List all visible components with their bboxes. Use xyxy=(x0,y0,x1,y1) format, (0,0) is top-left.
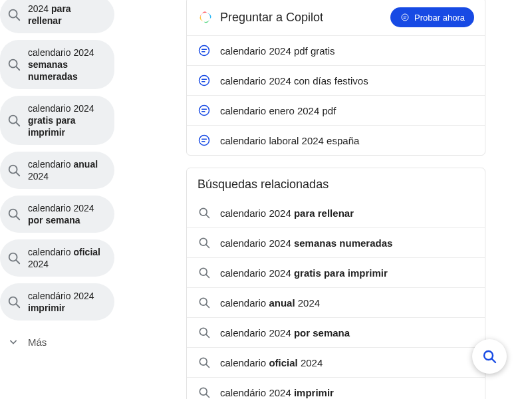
chevron-down-icon xyxy=(7,335,20,348)
search-icon xyxy=(7,113,21,128)
search-icon xyxy=(7,7,21,22)
main-column: Preguntar a Copilot Probar ahora calenda… xyxy=(120,0,532,399)
pill-label: calendario 2024 semanas numeradas xyxy=(28,47,106,82)
related-pill[interactable]: calendario 2024 semanas numeradas xyxy=(0,40,114,89)
related-search-item[interactable]: calendario oficial 2024 xyxy=(187,347,485,377)
chat-icon xyxy=(400,12,410,23)
try-now-label: Probar ahora xyxy=(414,13,465,23)
search-icon xyxy=(7,207,21,221)
pill-label: calendario 2024 por semana xyxy=(28,202,106,226)
related-pill[interactable]: calendario 2024 gratis para imprimir xyxy=(0,96,114,145)
search-fab-button[interactable] xyxy=(472,339,507,374)
related-search-text: calendario anual 2024 xyxy=(220,297,320,309)
pill-label: 2024 para rellenar xyxy=(28,3,106,27)
chat-icon xyxy=(198,104,211,117)
related-search-item[interactable]: calendario 2024 para rellenar xyxy=(187,198,485,227)
related-search-text: calendario 2024 gratis para imprimir xyxy=(220,267,388,279)
related-search-item[interactable]: calendario 2024 semanas numeradas xyxy=(187,227,485,257)
search-icon xyxy=(7,57,21,72)
related-search-text: calendario 2024 semanas numeradas xyxy=(220,237,392,249)
suggestion-text: calendario enero 2024 pdf xyxy=(220,105,336,116)
search-icon xyxy=(198,326,211,339)
chat-icon xyxy=(198,74,211,87)
related-search-item[interactable]: calendario anual 2024 xyxy=(187,287,485,317)
pill-label: calendario oficial 2024 xyxy=(28,246,106,270)
search-icon xyxy=(198,386,211,399)
related-pill[interactable]: calendario anual 2024 xyxy=(0,152,114,189)
suggestion-text: calendario 2024 pdf gratis xyxy=(220,45,335,57)
related-pill[interactable]: 2024 para rellenar xyxy=(0,0,114,33)
related-search-text: calendario 2024 por semana xyxy=(220,327,350,338)
svg-line-5 xyxy=(492,359,496,363)
show-more-button[interactable]: Más xyxy=(0,327,114,356)
copilot-suggestion[interactable]: calendario 2024 con días festivos xyxy=(187,65,485,95)
related-search-item[interactable]: calendário 2024 imprimir xyxy=(187,377,485,399)
search-icon xyxy=(7,295,21,309)
related-pill[interactable]: calendario 2024 por semana xyxy=(0,196,114,233)
search-icon xyxy=(7,251,21,265)
related-search-text: calendario 2024 para rellenar xyxy=(220,207,354,219)
copilot-icon xyxy=(198,9,213,25)
related-search-text: calendario oficial 2024 xyxy=(220,357,323,368)
copilot-suggestion-list: calendario 2024 pdf gratis calendario 20… xyxy=(187,36,485,155)
copilot-card: Preguntar a Copilot Probar ahora calenda… xyxy=(186,0,485,156)
chat-icon xyxy=(198,44,211,57)
related-searches-title: Búsquedas relacionadas xyxy=(187,168,485,198)
show-more-label: Más xyxy=(28,336,47,348)
copilot-suggestion[interactable]: calendario laboral 2024 españa xyxy=(187,125,485,155)
pill-label: calendario 2024 gratis para imprimir xyxy=(28,102,106,138)
search-icon xyxy=(198,296,211,309)
copilot-title: Preguntar a Copilot xyxy=(220,11,384,25)
related-pill[interactable]: calendario oficial 2024 xyxy=(0,239,114,277)
chat-icon xyxy=(198,134,211,147)
copilot-header: Preguntar a Copilot Probar ahora xyxy=(187,0,485,36)
related-searches-list: calendario 2024 para rellenar calendario… xyxy=(187,198,485,399)
search-icon xyxy=(198,356,211,369)
search-icon xyxy=(198,206,211,219)
copilot-suggestion[interactable]: calendario 2024 pdf gratis xyxy=(187,36,485,65)
related-search-item[interactable]: calendario 2024 gratis para imprimir xyxy=(187,257,485,287)
suggestion-text: calendario 2024 con días festivos xyxy=(220,75,368,86)
search-icon xyxy=(198,266,211,279)
search-icon xyxy=(481,348,497,364)
suggestion-text: calendario laboral 2024 españa xyxy=(220,135,359,146)
try-now-button[interactable]: Probar ahora xyxy=(390,7,474,27)
copilot-suggestion[interactable]: calendario enero 2024 pdf xyxy=(187,95,485,125)
pill-label: calendario anual 2024 xyxy=(28,158,106,182)
related-search-text: calendário 2024 imprimir xyxy=(220,387,334,398)
search-icon xyxy=(198,236,211,249)
search-icon xyxy=(7,163,21,178)
related-pill-column: 2024 para rellenar calendario 2024 seman… xyxy=(0,0,120,399)
related-search-item[interactable]: calendario 2024 por semana xyxy=(187,317,485,347)
pill-label: calendário 2024 imprimir xyxy=(28,290,106,314)
related-searches-card: Búsquedas relacionadas calendario 2024 p… xyxy=(186,168,485,399)
related-pill[interactable]: calendário 2024 imprimir xyxy=(0,283,114,321)
